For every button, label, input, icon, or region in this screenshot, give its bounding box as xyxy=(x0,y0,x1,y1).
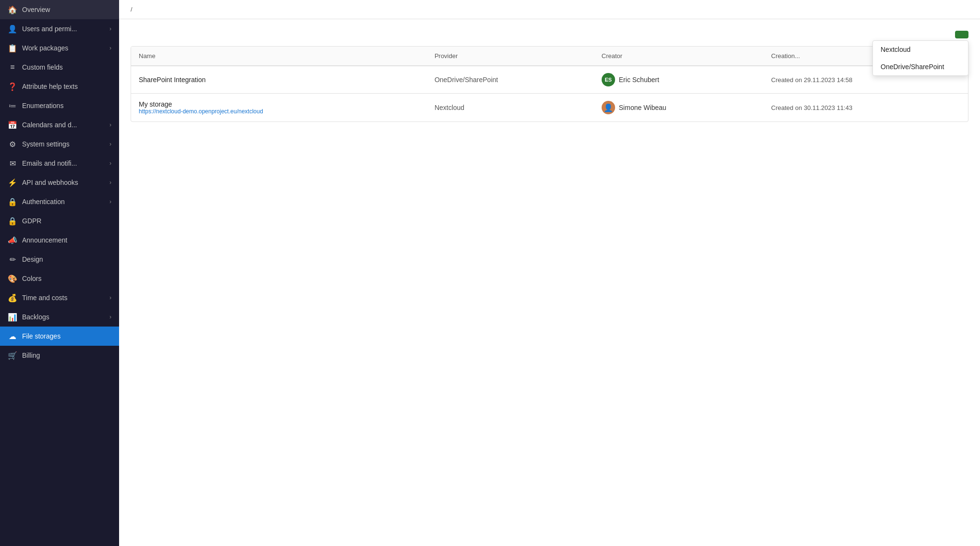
table-header: NameProviderCreatorCreation... xyxy=(131,47,968,66)
sidebar-arrow-authentication: › xyxy=(109,198,111,205)
breadcrumb: / xyxy=(131,6,968,13)
page-header: NextcloudOneDrive/SharePoint xyxy=(119,19,980,46)
sidebar-item-billing[interactable]: 🛒 Billing xyxy=(0,346,119,365)
sidebar-label-enumerations: Enumerations xyxy=(22,102,111,109)
sidebar-label-backlogs: Backlogs xyxy=(22,313,105,321)
table-body: SharePoint Integration OneDrive/SharePoi… xyxy=(131,66,968,121)
provider-text-1: Nextcloud xyxy=(435,104,464,111)
sidebar-item-users-permissions[interactable]: 👤 Users and permi... › xyxy=(0,19,119,38)
sidebar-label-api-webhooks: API and webhooks xyxy=(22,179,105,186)
sidebar-label-billing: Billing xyxy=(22,352,111,359)
sidebar-icon-emails-notifi: ✉ xyxy=(8,158,17,168)
avatar-0: ES xyxy=(602,73,615,86)
sidebar-arrow-backlogs: › xyxy=(109,314,111,320)
sidebar-arrow-time-costs: › xyxy=(109,294,111,301)
sidebar-icon-colors: 🎨 xyxy=(8,274,17,283)
sidebar-icon-design: ✏ xyxy=(8,255,17,264)
sidebar-label-time-costs: Time and costs xyxy=(22,294,105,302)
sidebar-icon-announcement: 📣 xyxy=(8,235,17,245)
sidebar-label-file-storages: File storages xyxy=(22,332,111,340)
sidebar-item-work-packages[interactable]: 📋 Work packages › xyxy=(0,38,119,58)
file-storages-table: NameProviderCreatorCreation... SharePoin… xyxy=(131,46,968,122)
cell-provider-1: Nextcloud xyxy=(427,94,594,122)
topbar: / xyxy=(119,0,980,19)
sidebar-arrow-work-packages: › xyxy=(109,45,111,51)
sidebar-icon-attribute-help-texts: ❓ xyxy=(8,82,17,91)
created-text-1: Created on 30.11.2023 11:43 xyxy=(771,104,852,111)
cell-provider-0: OneDrive/SharePoint xyxy=(427,66,594,94)
sidebar-label-work-packages: Work packages xyxy=(22,44,105,52)
sidebar-label-design: Design xyxy=(22,255,111,263)
sidebar-label-emails-notifi: Emails and notifi... xyxy=(22,159,105,167)
sidebar: 🏠 Overview 👤 Users and permi... › 📋 Work… xyxy=(0,0,119,546)
sidebar-item-file-storages[interactable]: ☁ File storages xyxy=(0,327,119,346)
storage-url-1[interactable]: https://nextcloud-demo.openproject.eu/ne… xyxy=(139,108,419,115)
storage-button-wrap: NextcloudOneDrive/SharePoint xyxy=(955,31,968,38)
sidebar-arrow-api-webhooks: › xyxy=(109,179,111,186)
storage-dropdown: NextcloudOneDrive/SharePoint xyxy=(872,40,968,76)
sidebar-item-time-costs[interactable]: 💰 Time and costs › xyxy=(0,288,119,307)
col-header-creator: Creator xyxy=(594,47,763,66)
sidebar-item-api-webhooks[interactable]: ⚡ API and webhooks › xyxy=(0,173,119,192)
table-row: SharePoint Integration OneDrive/SharePoi… xyxy=(131,66,968,94)
sidebar-icon-overview: 🏠 xyxy=(8,5,17,14)
sidebar-arrow-emails-notifi: › xyxy=(109,160,111,167)
sidebar-item-design[interactable]: ✏ Design xyxy=(0,250,119,269)
cell-created-1: Created on 30.11.2023 11:43 xyxy=(763,94,968,122)
sidebar-icon-file-storages: ☁ xyxy=(8,331,17,341)
sidebar-label-attribute-help-texts: Attribute help texts xyxy=(22,83,111,90)
sidebar-item-custom-fields[interactable]: ≡ Custom fields xyxy=(0,58,119,77)
col-header-provider: Provider xyxy=(427,47,594,66)
sidebar-label-announcement: Announcement xyxy=(22,236,111,244)
creator-name-0: Eric Schubert xyxy=(619,76,659,84)
sidebar-item-colors[interactable]: 🎨 Colors xyxy=(0,269,119,288)
created-text-0: Created on 29.11.2023 14:58 xyxy=(771,76,852,84)
dropdown-item-nextcloud[interactable]: Nextcloud xyxy=(873,41,968,58)
sidebar-label-overview: Overview xyxy=(22,6,111,13)
dropdown-item-onedrive-sharepoint[interactable]: OneDrive/SharePoint xyxy=(873,58,968,75)
sidebar-label-system-settings: System settings xyxy=(22,140,105,148)
sidebar-icon-api-webhooks: ⚡ xyxy=(8,178,17,187)
breadcrumb-separator: / xyxy=(131,6,133,13)
storage-name-1: My storage xyxy=(139,100,419,108)
sidebar-item-system-settings[interactable]: ⚙ System settings › xyxy=(0,134,119,154)
sidebar-item-enumerations[interactable]: ≔ Enumerations xyxy=(0,96,119,115)
sidebar-icon-time-costs: 💰 xyxy=(8,293,17,303)
cell-creator-0: ES Eric Schubert xyxy=(594,66,763,94)
sidebar-icon-work-packages: 📋 xyxy=(8,43,17,53)
sidebar-item-overview[interactable]: 🏠 Overview xyxy=(0,0,119,19)
sidebar-arrow-system-settings: › xyxy=(109,141,111,147)
provider-text-0: OneDrive/SharePoint xyxy=(435,76,498,84)
sidebar-label-gdpr: GDPR xyxy=(22,217,111,225)
sidebar-arrow-users-permissions: › xyxy=(109,25,111,32)
sidebar-item-gdpr[interactable]: 🔒 GDPR xyxy=(0,211,119,231)
sidebar-item-attribute-help-texts[interactable]: ❓ Attribute help texts xyxy=(0,77,119,96)
sidebar-label-custom-fields: Custom fields xyxy=(22,63,111,71)
sidebar-item-backlogs[interactable]: 📊 Backlogs › xyxy=(0,307,119,327)
sidebar-label-users-permissions: Users and permi... xyxy=(22,25,105,33)
storage-name-0: SharePoint Integration xyxy=(139,76,419,84)
cell-creator-1: 👤 Simone Wibeau xyxy=(594,94,763,122)
avatar-1: 👤 xyxy=(602,101,615,114)
add-storage-button[interactable] xyxy=(955,31,968,38)
table: NameProviderCreatorCreation... SharePoin… xyxy=(131,47,968,121)
sidebar-icon-custom-fields: ≡ xyxy=(8,62,17,72)
sidebar-icon-enumerations: ≔ xyxy=(8,101,17,110)
sidebar-label-calendars-d: Calendars and d... xyxy=(22,121,105,129)
cell-name-0: SharePoint Integration xyxy=(131,66,427,94)
table-section: NameProviderCreatorCreation... SharePoin… xyxy=(119,46,980,546)
sidebar-item-authentication[interactable]: 🔒 Authentication › xyxy=(0,192,119,211)
sidebar-icon-backlogs: 📊 xyxy=(8,312,17,322)
sidebar-icon-authentication: 🔒 xyxy=(8,197,17,206)
creator-name-1: Simone Wibeau xyxy=(619,104,666,111)
sidebar-icon-billing: 🛒 xyxy=(8,351,17,360)
col-header-name: Name xyxy=(131,47,427,66)
sidebar-item-announcement[interactable]: 📣 Announcement xyxy=(0,231,119,250)
sidebar-item-calendars-d[interactable]: 📅 Calendars and d... › xyxy=(0,115,119,134)
sidebar-item-emails-notifi[interactable]: ✉ Emails and notifi... › xyxy=(0,154,119,173)
table-row: My storage https://nextcloud-demo.openpr… xyxy=(131,94,968,122)
main-content: / NextcloudOneDrive/SharePoint NameProvi… xyxy=(119,0,980,546)
creator-wrap-0: ES Eric Schubert xyxy=(602,73,756,86)
sidebar-label-colors: Colors xyxy=(22,275,111,282)
creator-wrap-1: 👤 Simone Wibeau xyxy=(602,101,756,114)
